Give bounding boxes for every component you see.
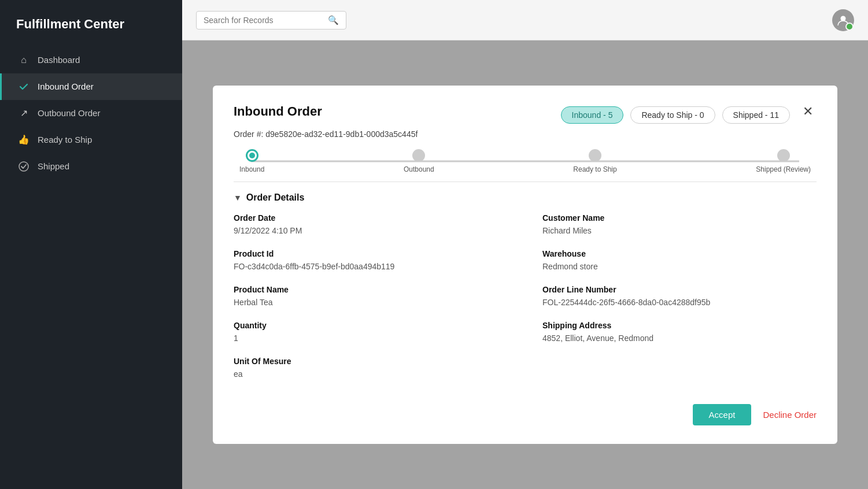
outbound-icon: ↗: [18, 108, 29, 119]
sidebar-item-inbound-order[interactable]: Inbound Order: [0, 73, 182, 100]
badge-inbound[interactable]: Inbound - 5: [561, 106, 624, 124]
field-customer-name: Customer Name Richard Miles: [542, 213, 817, 235]
sidebar-label-shipped: Shipped: [38, 161, 69, 171]
left-column: Order Date 9/12/2022 4:10 PM Product Id …: [234, 213, 508, 392]
home-icon: ⌂: [18, 54, 29, 66]
modal-dialog: Inbound Order Inbound - 5 Ready to Ship …: [213, 86, 837, 444]
unit-of-measure-label: Unit Of Mesure: [234, 357, 508, 366]
progress-container: Inbound Outbound Ready to Ship Ship: [234, 149, 817, 173]
details-grid: Order Date 9/12/2022 4:10 PM Product Id …: [234, 213, 817, 392]
warehouse-label: Warehouse: [542, 249, 817, 258]
sidebar-label-outbound-order: Outbound Order: [38, 108, 100, 118]
customer-name-label: Customer Name: [542, 213, 817, 223]
customer-name-value: Richard Miles: [542, 226, 817, 235]
step-circle-inbound: [246, 149, 258, 162]
field-warehouse: Warehouse Redmond store: [542, 249, 817, 271]
shipping-address-label: Shipping Address: [542, 321, 817, 330]
field-order-line-number: Order Line Number FOL-225444dc-26f5-4666…: [542, 285, 817, 307]
svg-point-1: [841, 16, 846, 21]
unit-of-measure-value: ea: [234, 369, 508, 379]
inbound-icon: [18, 81, 29, 92]
modal-header-right: Inbound - 5 Ready to Ship - 0 Shipped - …: [561, 104, 817, 124]
topbar: 🔍: [182, 0, 868, 40]
ready-icon: 👍: [18, 134, 29, 146]
chevron-down-icon: ▼: [234, 193, 242, 202]
field-quantity: Quantity 1: [234, 321, 508, 343]
svg-point-0: [19, 162, 28, 171]
badge-shipped[interactable]: Shipped - 11: [722, 106, 790, 124]
sidebar-label-ready-to-ship: Ready to Ship: [38, 135, 92, 145]
shipping-address-value: 4852, Elliot, Avenue, Redmond: [542, 334, 817, 343]
step-outbound: Outbound: [404, 149, 434, 173]
modal-badges: Inbound - 5 Ready to Ship - 0 Shipped - …: [561, 106, 790, 124]
modal-title-area: Inbound Order: [234, 104, 322, 119]
field-product-id: Product Id FO-c3d4c0da-6ffb-4575-b9ef-bd…: [234, 249, 508, 271]
warehouse-value: Redmond store: [542, 262, 817, 271]
sidebar-label-inbound-order: Inbound Order: [38, 82, 94, 91]
section-title: Order Details: [246, 192, 304, 203]
right-column: Customer Name Richard Miles Warehouse Re…: [542, 213, 817, 392]
modal-header: Inbound Order Inbound - 5 Ready to Ship …: [234, 104, 817, 124]
avatar: [832, 9, 854, 31]
field-product-name: Product Name Herbal Tea: [234, 285, 508, 307]
step-label-ready: Ready to Ship: [573, 165, 616, 173]
shipped-icon: [18, 161, 29, 172]
sidebar-nav: ⌂ Dashboard Inbound Order ↗ Outbound Ord…: [0, 47, 182, 180]
product-name-label: Product Name: [234, 285, 508, 294]
divider: [234, 181, 817, 182]
order-number-value: d9e5820e-ad32-ed11-9db1-000d3a5c445f: [265, 129, 418, 139]
modal-footer: Accept Decline Order: [234, 404, 817, 425]
progress-steps: Inbound Outbound Ready to Ship Ship: [239, 149, 811, 173]
step-inbound: Inbound: [239, 149, 264, 173]
order-number-label: Order #:: [234, 129, 263, 139]
quantity-value: 1: [234, 334, 508, 343]
order-number: Order #: d9e5820e-ad32-ed11-9db1-000d3a5…: [234, 129, 817, 139]
order-date-label: Order Date: [234, 213, 508, 223]
search-icon: 🔍: [328, 15, 339, 25]
product-id-label: Product Id: [234, 249, 508, 258]
product-name-value: Herbal Tea: [234, 298, 508, 307]
content-area: Inbound Order Inbound - 5 Ready to Ship …: [182, 40, 868, 489]
field-unit-of-measure: Unit Of Mesure ea: [234, 357, 508, 379]
main-area: 🔍 Inbound Order Inbound - 5 Ready to Shi…: [182, 0, 868, 489]
sidebar-item-shipped[interactable]: Shipped: [0, 153, 182, 180]
step-ready-to-ship: Ready to Ship: [573, 149, 616, 173]
order-line-number-label: Order Line Number: [542, 285, 817, 294]
step-label-inbound: Inbound: [239, 165, 264, 173]
sidebar-item-outbound-order[interactable]: ↗ Outbound Order: [0, 100, 182, 127]
sidebar: Fulfillment Center ⌂ Dashboard Inbound O…: [0, 0, 182, 489]
close-button[interactable]: ✕: [799, 104, 817, 119]
field-shipping-address: Shipping Address 4852, Elliot, Avenue, R…: [542, 321, 817, 343]
sidebar-label-dashboard: Dashboard: [38, 55, 80, 65]
badge-ready-to-ship[interactable]: Ready to Ship - 0: [630, 106, 715, 124]
modal-overlay: Inbound Order Inbound - 5 Ready to Ship …: [182, 40, 868, 489]
step-circle-shipped: [777, 149, 790, 162]
step-shipped-review: Shipped (Review): [756, 149, 811, 173]
modal-title: Inbound Order: [234, 104, 322, 119]
order-line-number-value: FOL-225444dc-26f5-4666-8da0-0ac4288df95b: [542, 298, 817, 307]
order-date-value: 9/12/2022 4:10 PM: [234, 226, 508, 235]
sidebar-item-ready-to-ship[interactable]: 👍 Ready to Ship: [0, 127, 182, 153]
step-circle-outbound: [412, 149, 425, 162]
step-label-outbound: Outbound: [404, 165, 434, 173]
decline-button[interactable]: Decline Order: [763, 410, 817, 420]
step-circle-ready: [589, 149, 601, 162]
app-title: Fulfillment Center: [0, 0, 182, 47]
search-input[interactable]: [204, 16, 323, 25]
accept-button[interactable]: Accept: [693, 404, 752, 425]
product-id-value: FO-c3d4c0da-6ffb-4575-b9ef-bd0aa494b119: [234, 262, 508, 271]
quantity-label: Quantity: [234, 321, 508, 330]
search-box[interactable]: 🔍: [196, 11, 346, 29]
section-header[interactable]: ▼ Order Details: [234, 192, 817, 203]
sidebar-item-dashboard[interactable]: ⌂ Dashboard: [0, 47, 182, 73]
step-label-shipped-review: Shipped (Review): [756, 165, 811, 173]
field-order-date: Order Date 9/12/2022 4:10 PM: [234, 213, 508, 235]
